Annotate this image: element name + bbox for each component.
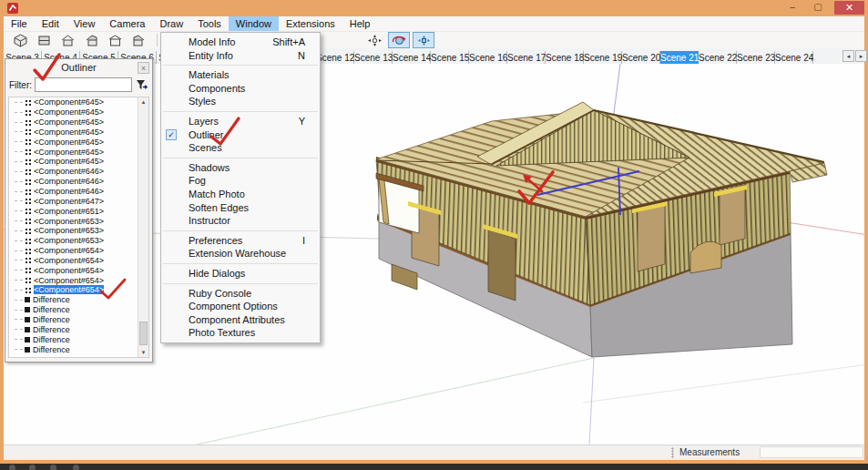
minimize-button[interactable]: – <box>781 1 803 15</box>
pan-button[interactable] <box>413 32 434 48</box>
menu-help[interactable]: Help <box>342 16 378 31</box>
menu-separator <box>163 283 318 284</box>
menu-item-fog[interactable]: Fog <box>161 174 320 188</box>
measurements-value-box[interactable] <box>760 446 863 458</box>
outliner-row[interactable]: Difference <box>9 305 148 315</box>
menu-item-layers[interactable]: LayersY <box>161 115 320 128</box>
outliner-row[interactable]: <Component#653> <box>9 226 148 236</box>
scene-tab-scene-12[interactable]: Scene 12 <box>316 51 354 65</box>
menu-item-materials[interactable]: Materials <box>161 68 320 82</box>
difference-icon <box>25 297 30 302</box>
menu-item-match-photo[interactable]: Match Photo <box>161 188 320 201</box>
menu-view[interactable]: View <box>66 16 103 31</box>
menu-item-component-attributes[interactable]: Component Attributes <box>161 313 320 327</box>
menu-file[interactable]: File <box>4 16 35 31</box>
back-view-button[interactable] <box>104 32 126 48</box>
menu-item-label: Instructor <box>189 215 230 226</box>
menu-item-ruby-console[interactable]: Ruby Console <box>161 287 320 301</box>
outliner-row[interactable]: <Component#654> <box>9 256 148 266</box>
component-icon <box>25 257 31 263</box>
outliner-row[interactable]: <Component#645> <box>9 147 148 157</box>
scene-tab-scene-18[interactable]: Scene 18 <box>546 51 584 65</box>
outliner-row[interactable]: Difference <box>9 315 148 325</box>
menu-item-scenes[interactable]: Scenes <box>161 141 320 155</box>
toolbar-separator <box>157 34 158 46</box>
filter-input[interactable] <box>35 77 132 92</box>
scene-tab-scene-13[interactable]: Scene 13 <box>354 51 393 65</box>
menu-item-model-info[interactable]: Model InfoShift+A <box>161 36 320 49</box>
menu-separator <box>163 263 318 264</box>
outliner-row-selected[interactable]: <Component#654> <box>9 285 148 295</box>
scene-tab-scene-16[interactable]: Scene 16 <box>469 51 507 65</box>
outliner-row[interactable]: Difference <box>9 324 148 334</box>
menu-item-label: Scenes <box>189 142 222 153</box>
left-view-button[interactable] <box>128 32 149 48</box>
outliner-row[interactable]: <Component#645> <box>9 137 148 147</box>
component-icon <box>25 208 31 214</box>
iso-view-button[interactable] <box>9 32 31 48</box>
outliner-row[interactable]: <Component#647> <box>9 196 148 206</box>
menu-edit[interactable]: Edit <box>35 16 66 31</box>
outliner-row[interactable]: Difference <box>9 295 148 305</box>
menu-extensions[interactable]: Extensions <box>279 16 342 31</box>
tabs-scroll-right-button[interactable]: ▸ <box>855 50 867 62</box>
scene-tab-scene-20[interactable]: Scene 20 <box>622 51 660 65</box>
menu-camera[interactable]: Camera <box>102 16 152 31</box>
outliner-row[interactable]: <Component#646> <box>9 167 148 177</box>
scene-tab-scene-14[interactable]: Scene 14 <box>393 51 431 65</box>
outliner-row[interactable]: <Component#645> <box>9 107 148 118</box>
tabs-scroll-left-button[interactable]: ◂ <box>842 50 854 62</box>
scene-tab-scene-22[interactable]: Scene 22 <box>699 51 737 65</box>
menu-item-outliner[interactable]: ✓Outliner <box>161 128 320 142</box>
outliner-row[interactable]: <Component#645> <box>9 157 148 167</box>
menu-item-instructor[interactable]: Instructor <box>161 214 320 228</box>
orbit-button[interactable] <box>388 32 410 48</box>
menu-tools[interactable]: Tools <box>190 16 229 31</box>
close-button[interactable]: ✕ <box>834 1 864 15</box>
outliner-row[interactable]: <Component#654> <box>9 265 148 275</box>
outliner-row[interactable]: <Component#645> <box>9 118 148 128</box>
scene-tab-scene-24[interactable]: Scene 24 <box>775 51 813 65</box>
top-view-button[interactable] <box>33 32 55 48</box>
scene-tab-scene-19[interactable]: Scene 19 <box>584 51 622 65</box>
outliner-row[interactable]: Difference <box>9 334 148 344</box>
menu-item-preferences[interactable]: PreferencesI <box>161 234 320 248</box>
outliner-row[interactable]: <Component#653> <box>9 236 148 246</box>
outliner-row[interactable]: <Component#646> <box>9 177 148 187</box>
menu-item-components[interactable]: Components <box>161 82 320 96</box>
scene-tab-scene-17[interactable]: Scene 17 <box>507 51 546 65</box>
outliner-row[interactable]: <Component#654> <box>9 246 148 256</box>
front-view-button[interactable] <box>56 32 78 48</box>
outliner-row[interactable]: <Component#654> <box>9 275 148 285</box>
outliner-close-button[interactable]: x <box>138 62 149 74</box>
menu-item-photo-textures[interactable]: Photo Textures <box>161 326 320 340</box>
filter-funnel-icon[interactable] <box>135 78 148 92</box>
outliner-item-label: <Component#653> <box>34 236 104 245</box>
menu-item-component-options[interactable]: Component Options <box>161 300 320 313</box>
outliner-item-label: <Component#645> <box>34 157 104 166</box>
menu-item-hide-dialogs[interactable]: Hide Dialogs <box>161 267 320 281</box>
outliner-row[interactable]: <Component#645> <box>9 128 148 138</box>
maximize-button[interactable]: ▢ <box>807 1 829 15</box>
outliner-row[interactable]: Difference <box>9 344 148 354</box>
menu-item-shadows[interactable]: Shadows <box>161 161 320 175</box>
tree-connector <box>15 191 23 192</box>
outliner-panel-header[interactable]: Outliner x <box>5 59 152 77</box>
menu-item-soften-edges[interactable]: Soften Edges <box>161 201 320 215</box>
menu-draw[interactable]: Draw <box>152 16 190 31</box>
menu-item-entity-info[interactable]: Entity InfoN <box>161 49 320 63</box>
scene-tab-scene-23[interactable]: Scene 23 <box>737 51 775 65</box>
outliner-row[interactable]: <Component#646> <box>9 187 148 197</box>
scene-tab-scene-21[interactable]: Scene 21 <box>660 51 699 65</box>
outliner-row[interactable]: <Component#651> <box>9 206 148 216</box>
tree-connector <box>15 280 23 281</box>
outliner-row[interactable]: <Component#653> <box>9 216 148 226</box>
scene-tab-scene-15[interactable]: Scene 15 <box>431 51 469 65</box>
right-view-button[interactable] <box>80 32 102 48</box>
position-camera-button[interactable] <box>363 32 385 48</box>
menu-window[interactable]: Window <box>229 16 279 31</box>
menu-item-label: Outliner <box>189 129 224 140</box>
outliner-row[interactable]: <Component#645> <box>9 97 148 107</box>
menu-item-styles[interactable]: Styles <box>161 95 320 108</box>
menu-item-extension-warehouse[interactable]: Extension Warehouse <box>161 247 320 261</box>
